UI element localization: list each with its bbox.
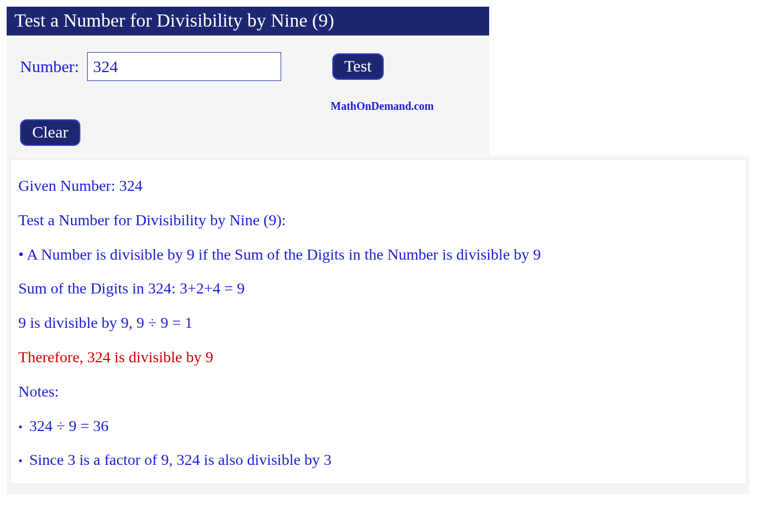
- note-item-2: • Since 3 is a factor of 9, 324 is also …: [18, 449, 738, 470]
- test-heading-line: Test a Number for Divisibility by Nine (…: [18, 210, 738, 231]
- given-number-line: Given Number: 324: [18, 175, 738, 196]
- note-item-1: • 324 ÷ 9 = 36: [18, 416, 738, 437]
- bullet-icon: •: [18, 419, 23, 435]
- note-text: 324 ÷ 9 = 36: [29, 416, 109, 437]
- division-line: 9 is divisible by 9, 9 ÷ 9 = 1: [18, 312, 738, 333]
- clear-row: Clear: [20, 119, 476, 146]
- clear-button[interactable]: Clear: [20, 119, 80, 146]
- conclusion-line: Therefore, 324 is divisible by 9: [18, 347, 738, 368]
- page-title-bar: Test a Number for Divisibility by Nine (…: [7, 7, 489, 36]
- rule-line: • A Number is divisible by 9 if the Sum …: [18, 244, 738, 265]
- bullet-icon: •: [18, 453, 23, 469]
- test-button[interactable]: Test: [332, 53, 384, 80]
- site-link[interactable]: MathOnDemand.com: [331, 100, 476, 113]
- results-panel: Given Number: 324 Test a Number for Divi…: [7, 156, 750, 494]
- note-text: Since 3 is a factor of 9, 324 is also di…: [29, 449, 332, 470]
- results-inner: Given Number: 324 Test a Number for Divi…: [10, 159, 746, 484]
- notes-heading: Notes:: [18, 381, 738, 402]
- form-panel: Number: Test MathOnDemand.com Clear: [7, 36, 489, 156]
- input-row: Number: Test: [20, 52, 476, 81]
- page-title: Test a Number for Divisibility by Nine (…: [14, 10, 334, 31]
- number-input[interactable]: [87, 52, 281, 81]
- sum-line: Sum of the Digits in 324: 3+2+4 = 9: [18, 278, 738, 299]
- number-label: Number:: [20, 57, 79, 76]
